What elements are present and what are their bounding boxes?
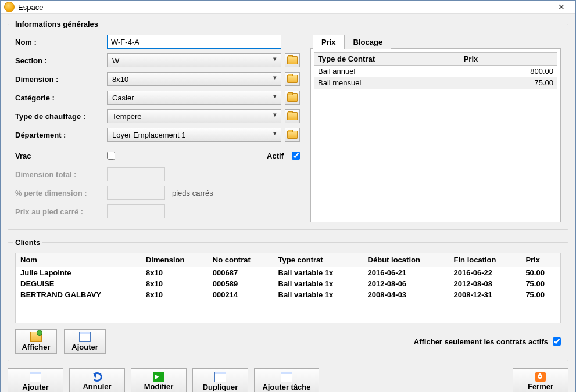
bottom-bar: Ajouter Annuler Modifier Dupliquer Ajout… [8, 368, 568, 392]
label-categorie: Catégorie : [15, 93, 107, 102]
vrac-checkbox[interactable] [107, 152, 115, 160]
table-row[interactable]: Bail annuel 800.00 [314, 66, 557, 77]
clients-title: Clients [13, 238, 42, 247]
label-dimension: Dimension : [15, 75, 107, 84]
app-icon [4, 2, 15, 12]
tab-prix[interactable]: Prix [313, 35, 345, 49]
only-active-checkbox[interactable] [553, 337, 561, 346]
ajouter-button[interactable]: Ajouter [8, 368, 63, 392]
window: Espace ✕ Informations générales Nom : Se… [0, 0, 576, 392]
label-nom: Nom : [15, 38, 107, 46]
window-title: Espace [18, 3, 43, 12]
prix-table: Type de Contrat Prix Bail annuel 800.00 [314, 52, 557, 89]
folder-icon [287, 75, 298, 83]
client-area: Informations générales Nom : Section : W… [1, 14, 575, 392]
table-row[interactable]: DEGUISE 8x10 000589 Bail variable 1x 201… [16, 278, 560, 289]
power-icon [535, 372, 546, 382]
titlebar: Espace ✕ [1, 1, 575, 14]
afficher-button[interactable]: Afficher [15, 329, 57, 354]
unit-label: pieds carrés [172, 189, 213, 197]
page-icon [214, 372, 226, 382]
table-row[interactable]: Julie Lapointe 8x10 000687 Bail variable… [16, 267, 560, 279]
col-dimension: Dimension [141, 253, 208, 267]
label-perte: % perte dimension : [15, 189, 107, 197]
label-prix-pied: Prix au pied carré : [15, 207, 107, 216]
table-row[interactable]: Bail mensuel 75.00 [314, 77, 557, 89]
col-nom: Nom [16, 253, 141, 267]
section-browse-button[interactable] [285, 53, 300, 67]
label-dim-total: Dimension total : [15, 170, 107, 179]
prix-pied-field [107, 204, 165, 218]
fermer-button[interactable]: Fermer [513, 368, 568, 392]
folder-icon [287, 112, 298, 120]
tab-body-prix: Type de Contrat Prix Bail annuel 800.00 [310, 48, 561, 222]
undo-icon [92, 372, 102, 382]
categorie-select[interactable]: Casier [107, 91, 281, 105]
dimension-browse-button[interactable] [285, 72, 300, 86]
actif-checkbox[interactable] [292, 152, 300, 160]
label-vrac: Vrac [15, 152, 107, 160]
tab-blocage[interactable]: Blocage [345, 35, 392, 49]
general-info-title: Informations générales [13, 20, 101, 28]
col-fin: Fin location [449, 253, 521, 267]
chauffage-select[interactable]: Tempéré [107, 109, 281, 123]
col-prix: Prix [521, 253, 560, 267]
arrow-right-icon [153, 372, 164, 382]
only-active-label: Afficher seulement les contrats actifs [414, 337, 548, 346]
departement-browse-button[interactable] [285, 128, 300, 142]
ajouter-tache-button[interactable]: Ajouter tâche [254, 368, 319, 392]
table-row[interactable]: BERTRAND GALBAVY 8x10 000214 Bail variab… [16, 289, 560, 300]
departement-select[interactable]: Loyer Emplacement 1 [107, 128, 281, 142]
col-type-contrat: Type contrat [274, 253, 363, 267]
annuler-button[interactable]: Annuler [69, 368, 125, 392]
page-icon [30, 372, 41, 382]
close-icon[interactable]: ✕ [551, 1, 572, 13]
folder-open-icon [30, 332, 42, 342]
label-section: Section : [15, 56, 107, 65]
dupliquer-button[interactable]: Dupliquer [192, 368, 248, 392]
label-actif: Actif [267, 152, 284, 160]
chauffage-browse-button[interactable] [285, 109, 300, 123]
col-no-contrat: No contrat [208, 253, 274, 267]
clients-table-container: Nom Dimension No contrat Type contrat Dé… [15, 253, 561, 323]
ajouter-client-button[interactable]: Ajouter [64, 329, 106, 354]
folder-icon [287, 131, 298, 139]
clients-table: Nom Dimension No contrat Type contrat Dé… [16, 253, 560, 300]
prix-col-type: Type de Contrat [314, 53, 460, 66]
folder-icon [287, 93, 298, 102]
prix-col-prix: Prix [460, 53, 557, 66]
modifier-button[interactable]: Modifier [131, 368, 187, 392]
folder-icon [287, 56, 298, 64]
col-debut: Début location [363, 253, 449, 267]
page-icon [79, 332, 91, 342]
clients-group: Clients Nom Dimension No contrat Type co… [8, 238, 568, 361]
general-info-group: Informations générales Nom : Section : W… [8, 20, 568, 230]
categorie-browse-button[interactable] [285, 91, 300, 105]
dim-total-field [107, 167, 165, 181]
page-icon [281, 372, 292, 382]
tabs-area: Prix Blocage Type de Contrat Prix [310, 34, 561, 222]
label-chauffage: Type de chauffage : [15, 112, 107, 121]
dimension-select[interactable]: 8x10 [107, 72, 281, 86]
form-left: Nom : Section : W Dimension : 8x10 [15, 34, 300, 222]
nom-input[interactable] [107, 35, 281, 49]
section-select[interactable]: W [107, 53, 281, 67]
label-departement: Département : [15, 131, 107, 139]
perte-field [107, 186, 165, 200]
